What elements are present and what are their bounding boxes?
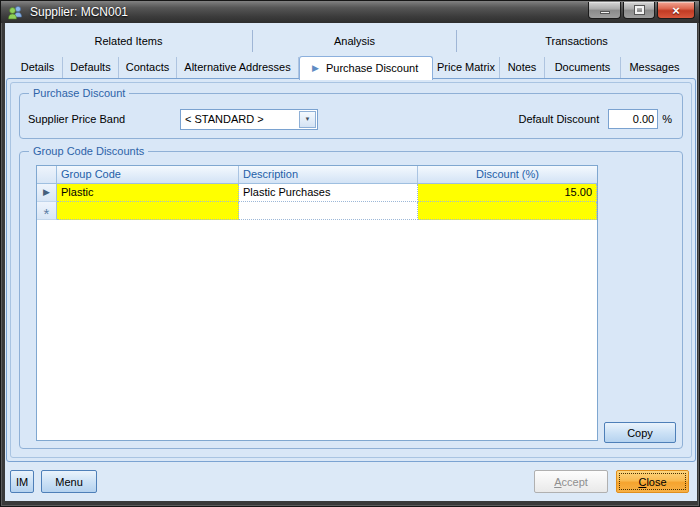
tab-documents[interactable]: Documents [545, 57, 621, 79]
im-button[interactable]: IM [10, 470, 34, 493]
tab-contacts[interactable]: Contacts [119, 57, 177, 79]
menu-button-label: Menu [55, 476, 83, 488]
group-code-discounts-grid: Group Code Description Discount (%) ▶ Pl… [36, 165, 598, 441]
tab-details[interactable]: Details [13, 57, 63, 79]
minimize-button[interactable] [588, 2, 621, 19]
client-area: Related Items Analysis Transactions Deta… [5, 23, 697, 501]
cell-discount-empty[interactable] [418, 202, 597, 220]
accept-button-label: Accept [554, 476, 588, 488]
copy-button[interactable]: Copy [604, 422, 676, 443]
purchase-discount-groupbox: Purchase Discount Supplier Price Band < … [19, 93, 683, 139]
main-tab-strip: Details Defaults Contacts Alternative Ad… [13, 55, 697, 79]
tab-defaults[interactable]: Defaults [63, 57, 119, 79]
table-row: ▶ Plastic Plastic Purchases 15.00 [37, 184, 597, 202]
purchase-discount-group-label: Purchase Discount [29, 87, 129, 100]
tab-related-items[interactable]: Related Items [5, 30, 252, 52]
top-tab-row: Related Items Analysis Transactions [5, 30, 697, 52]
grid-selector-header[interactable] [37, 166, 57, 183]
chevron-down-icon: ▼ [305, 116, 311, 122]
window-title: Supplier: MCN001 [30, 5, 128, 19]
close-icon: × [672, 3, 680, 18]
grid-header-row: Group Code Description Discount (%) [37, 166, 597, 184]
new-row-selector[interactable]: * [37, 202, 57, 220]
tab-notes[interactable]: Notes [500, 57, 545, 79]
column-header-description[interactable]: Description [239, 166, 418, 183]
supplier-price-band-combobox[interactable]: < STANDARD > ▼ [180, 109, 318, 130]
column-header-group-code[interactable]: Group Code [57, 166, 239, 183]
supplier-price-band-value: < STANDARD > [181, 110, 298, 129]
close-button[interactable]: Close [616, 470, 689, 493]
cell-description[interactable]: Plastic Purchases [239, 184, 418, 202]
close-window-button[interactable]: × [657, 2, 695, 19]
tab-price-matrix[interactable]: Price Matrix [433, 57, 500, 79]
cell-group-code[interactable]: Plastic [57, 184, 239, 202]
default-discount-label: Default Discount [519, 113, 600, 125]
active-tab-arrow-icon: ▶ [312, 64, 319, 73]
minimize-icon [600, 11, 610, 14]
cell-group-code-empty[interactable] [57, 202, 239, 220]
new-row: * [37, 202, 597, 220]
tab-messages[interactable]: Messages [621, 57, 688, 79]
group-code-discounts-group-label: Group Code Discounts [29, 145, 148, 158]
menu-button[interactable]: Menu [41, 470, 97, 493]
combobox-dropdown-button[interactable]: ▼ [299, 111, 316, 128]
new-row-icon: * [44, 209, 50, 219]
tab-analysis[interactable]: Analysis [252, 30, 457, 52]
cell-discount[interactable]: 15.00 [418, 184, 597, 202]
percent-suffix: % [662, 113, 672, 125]
default-discount-input[interactable] [608, 109, 658, 129]
current-row-selector[interactable]: ▶ [37, 184, 57, 202]
active-tab-label: Purchase Discount [326, 58, 418, 79]
tab-alternative-addresses[interactable]: Alternative Addresses [177, 57, 299, 79]
cell-description-empty[interactable] [239, 202, 418, 220]
current-row-icon: ▶ [43, 188, 50, 197]
tab-purchase-discount[interactable]: ▶ Purchase Discount [299, 56, 433, 80]
group-code-discounts-groupbox: Group Code Discounts Group Code Descript… [19, 151, 683, 449]
window-controls: × [588, 2, 695, 19]
im-button-label: IM [16, 476, 28, 488]
maximize-button[interactable] [623, 2, 655, 19]
supplier-people-icon [7, 5, 24, 20]
maximize-icon [635, 6, 644, 14]
supplier-window: Supplier: MCN001 × Related Items Analysi… [0, 0, 700, 507]
tab-transactions[interactable]: Transactions [457, 30, 696, 52]
tab-page-inner-panel: Purchase Discount Supplier Price Band < … [10, 82, 692, 458]
column-header-discount[interactable]: Discount (%) [418, 166, 597, 183]
close-button-label: Close [638, 476, 666, 488]
accept-button[interactable]: Accept [534, 470, 608, 493]
footer-bar: IM Menu Accept Close [5, 462, 697, 501]
purchase-discount-tab-page: Purchase Discount Supplier Price Band < … [6, 78, 696, 462]
supplier-price-band-label: Supplier Price Band [28, 113, 180, 125]
copy-button-label: Copy [627, 427, 653, 439]
